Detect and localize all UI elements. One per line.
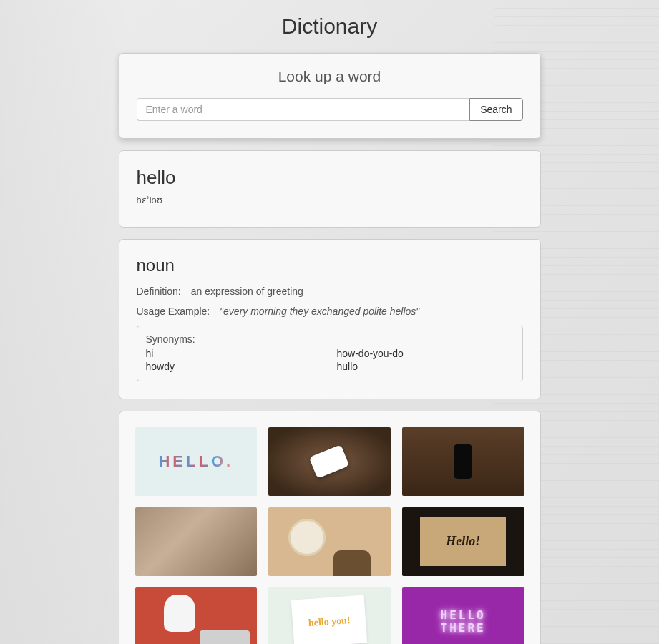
part-of-speech: noun [137,255,523,275]
page-title: Dictionary [119,14,541,39]
search-title: Look up a word [137,68,523,85]
image-tile [402,427,524,496]
synonyms-box: Synonyms: hi how-do-you-do howdy hullo [137,326,523,381]
search-row: Search [137,98,523,121]
search-button[interactable]: Search [469,98,522,121]
image-tile [135,507,258,576]
word-card: hello hɛˈloʊ [119,150,541,228]
image-tile: HELLO THERE [402,587,524,644]
example-label: Usage Example: [137,306,210,317]
definition-card: noun Definition: an expression of greeti… [119,239,541,399]
definition-text: an expression of greeting [191,286,303,297]
definition-line: Definition: an expression of greeting [137,286,523,297]
phonetic: hɛˈloʊ [137,195,523,205]
image-tile [402,507,524,576]
image-tile [268,427,391,496]
image-tile [268,587,391,644]
example-text: "every morning they exchanged polite hel… [220,306,419,317]
synonym-item: hullo [337,361,514,372]
definition-label: Definition: [137,286,181,297]
image-tile [135,427,258,496]
main-container: Dictionary Look up a word Search hello h… [108,0,552,644]
search-input[interactable] [137,98,470,121]
neon-text: HELLO THERE [441,609,486,634]
image-tile [268,507,391,576]
search-card: Look up a word Search [119,53,541,139]
headword: hello [137,167,523,189]
synonym-item: hi [146,348,323,359]
images-grid: HELLO THERE [135,427,524,644]
example-line: Usage Example: "every morning they excha… [137,306,523,317]
synonym-item: howdy [146,361,323,372]
synonyms-grid: hi how-do-you-do howdy hullo [146,348,514,372]
image-tile [135,587,258,644]
synonyms-label: Synonyms: [146,333,514,345]
synonym-item: how-do-you-do [337,348,514,359]
images-card: HELLO THERE [119,411,541,644]
